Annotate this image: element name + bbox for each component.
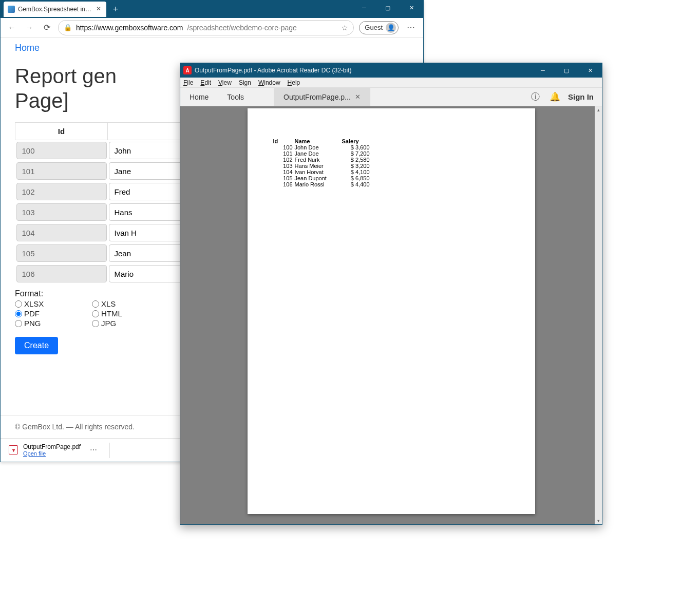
lock-icon: 🔒	[64, 24, 72, 31]
radio-png[interactable]: PNG	[15, 319, 92, 328]
favicon-icon	[8, 6, 15, 13]
acrobat-window: A OutputFromPage.pdf - Adobe Acrobat Rea…	[180, 63, 602, 525]
id-field[interactable]	[16, 265, 107, 282]
pdf-cell-name: Fred Nurk	[295, 157, 342, 163]
acrobat-app-icon: A	[183, 66, 192, 74]
browser-tab[interactable]: GemBox.Spreadsheet in ASP.NET ✕	[4, 2, 106, 17]
menu-help[interactable]: Help	[288, 79, 300, 86]
pdf-cell-id: 100	[273, 144, 295, 150]
avatar-icon: 👤	[386, 23, 396, 33]
acrobat-titlebar: A OutputFromPage.pdf - Adobe Acrobat Rea…	[180, 63, 602, 78]
id-field[interactable]	[16, 142, 107, 159]
pdf-table: Id Name Salery 100John Doe$ 3,600101Jane…	[273, 138, 509, 187]
id-field[interactable]	[16, 244, 107, 262]
acrobat-window-controls: ─ ▢ ✕	[531, 63, 602, 78]
pdf-cell-salary: $ 3,200	[342, 163, 370, 169]
favorite-icon[interactable]: ☆	[342, 24, 348, 32]
pdf-row: 102Fred Nurk$ 2,580	[273, 157, 509, 163]
acrobat-tab-home[interactable]: Home	[180, 88, 218, 106]
acrobat-document-area[interactable]: Id Name Salery 100John Doe$ 3,600101Jane…	[180, 106, 602, 524]
acrobat-minimize-button[interactable]: ─	[531, 63, 555, 78]
help-icon[interactable]: ⓘ	[529, 91, 541, 103]
pdf-cell-salary: $ 4,400	[342, 181, 370, 187]
pdf-cell-salary: $ 3,600	[342, 144, 370, 150]
radio-pdf[interactable]: PDF	[15, 309, 92, 318]
menu-file[interactable]: File	[183, 79, 193, 86]
window-controls: ─ ▢ ✕	[352, 1, 423, 18]
menu-view[interactable]: View	[218, 79, 232, 86]
download-menu-icon[interactable]: ⋯	[86, 444, 101, 456]
scroll-down-icon[interactable]: ▾	[595, 517, 602, 524]
refresh-button[interactable]: ⟳	[41, 22, 53, 34]
tab-title: GemBox.Spreadsheet in ASP.NET	[18, 6, 92, 13]
divider	[109, 443, 110, 458]
new-tab-button[interactable]: +	[108, 2, 123, 16]
pdf-cell-name: Jane Doe	[295, 150, 342, 157]
scroll-up-icon[interactable]: ▴	[595, 106, 602, 113]
back-button[interactable]: ←	[6, 22, 18, 34]
radio-html[interactable]: HTML	[92, 309, 169, 318]
download-item[interactable]: ▾ OutputFromPage.pdf Open file ⋯	[4, 441, 106, 460]
radio-xlsx[interactable]: XLSX	[15, 299, 92, 308]
signin-button[interactable]: Sign In	[568, 92, 594, 101]
pdf-cell-salary: $ 2,580	[342, 157, 370, 163]
more-button[interactable]: ⋯	[404, 21, 418, 35]
download-filename: OutputFromPage.pdf	[23, 443, 81, 450]
pdf-cell-name: John Doe	[295, 144, 342, 150]
browser-titlebar: GemBox.Spreadsheet in ASP.NET ✕ + ─ ▢ ✕	[1, 1, 423, 18]
acrobat-close-button[interactable]: ✕	[578, 63, 602, 78]
pdf-header-salary: Salery	[342, 138, 370, 144]
vertical-scrollbar[interactable]: ▴ ▾	[595, 106, 602, 524]
pdf-header-id: Id	[273, 138, 295, 144]
id-field[interactable]	[16, 162, 107, 180]
pdf-cell-name: Mario Rossi	[295, 181, 342, 187]
pdf-row: 103Hans Meier$ 3,200	[273, 163, 509, 169]
address-bar[interactable]: 🔒 https://www.gemboxsoftware.com/spreads…	[58, 20, 354, 35]
tab-close-icon[interactable]: ✕	[95, 6, 102, 13]
profile-button[interactable]: Guest 👤	[359, 21, 399, 34]
pdf-row: 101Jane Doe$ 7,200	[273, 150, 509, 157]
download-open-link[interactable]: Open file	[23, 450, 81, 457]
pdf-cell-id: 102	[273, 157, 295, 163]
acrobat-tab-tools[interactable]: Tools	[218, 88, 253, 106]
id-field[interactable]	[16, 183, 107, 200]
pdf-cell-id: 104	[273, 169, 295, 175]
col-header-id: Id	[15, 123, 108, 140]
radio-xls[interactable]: XLS	[92, 299, 169, 308]
browser-toolbar: ← → ⟳ 🔒 https://www.gemboxsoftware.com/s…	[1, 18, 423, 37]
pdf-row: 104Ivan Horvat$ 4,100	[273, 169, 509, 175]
close-button[interactable]: ✕	[400, 1, 423, 15]
id-field[interactable]	[16, 203, 107, 221]
acrobat-menubar: File Edit View Sign Window Help	[180, 78, 602, 88]
id-field[interactable]	[16, 224, 107, 241]
acrobat-doc-tab-label: OutputFromPage.p...	[283, 93, 351, 101]
pdf-cell-id: 105	[273, 175, 295, 181]
create-button[interactable]: Create	[15, 337, 58, 354]
maximize-button[interactable]: ▢	[376, 1, 400, 15]
nav-home-link[interactable]: Home	[15, 43, 40, 53]
pdf-cell-id: 106	[273, 181, 295, 187]
url-host: https://www.gemboxsoftware.com	[76, 24, 183, 32]
acrobat-toolbar: Home Tools OutputFromPage.p... ✕ ⓘ 🔔 Sig…	[180, 88, 602, 106]
menu-sign[interactable]: Sign	[239, 79, 251, 86]
pdf-cell-id: 103	[273, 163, 295, 169]
pdf-file-icon: ▾	[9, 445, 18, 454]
acrobat-maximize-button[interactable]: ▢	[555, 63, 578, 78]
acrobat-title-text: OutputFromPage.pdf - Adobe Acrobat Reade…	[195, 67, 352, 74]
site-nav: Home	[1, 37, 423, 59]
bell-icon[interactable]: 🔔	[548, 91, 561, 103]
radio-jpg[interactable]: JPG	[92, 319, 169, 328]
menu-edit[interactable]: Edit	[200, 79, 211, 86]
acrobat-tab-document[interactable]: OutputFromPage.p... ✕	[274, 88, 370, 106]
pdf-cell-id: 101	[273, 150, 295, 157]
pdf-cell-salary: $ 6,850	[342, 175, 370, 181]
pdf-cell-salary: $ 4,100	[342, 169, 370, 175]
profile-label: Guest	[365, 24, 383, 31]
minimize-button[interactable]: ─	[352, 1, 376, 15]
pdf-cell-salary: $ 7,200	[342, 150, 370, 157]
acrobat-doc-close-icon[interactable]: ✕	[355, 93, 361, 101]
forward-button[interactable]: →	[23, 22, 35, 34]
url-path: /spreadsheet/webdemo-core-page	[187, 24, 297, 32]
menu-window[interactable]: Window	[258, 79, 280, 86]
tab-strip: GemBox.Spreadsheet in ASP.NET ✕ +	[1, 1, 352, 18]
